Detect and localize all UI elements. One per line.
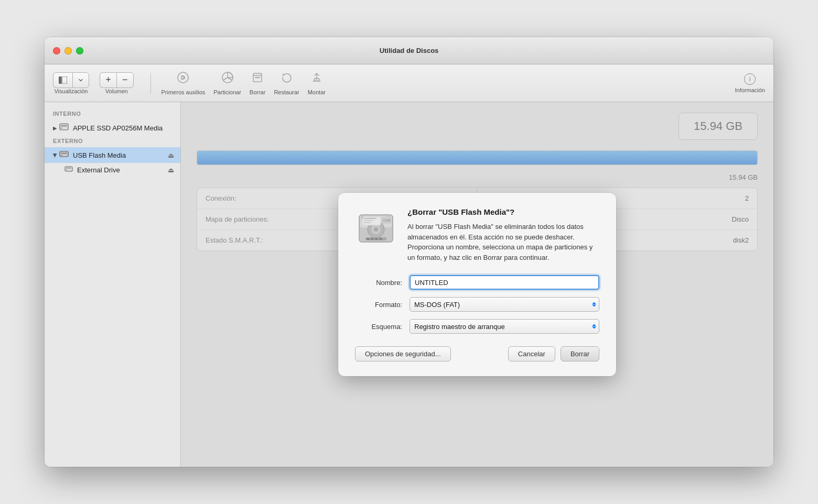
cancelar-button[interactable]: Cancelar	[508, 346, 555, 361]
borrar-confirm-button[interactable]: Borrar	[561, 346, 599, 361]
sidebar-icon-external-drive	[64, 166, 73, 174]
formato-select-wrapper: MS-DOS (FAT) ExFAT Mac OS Extended (Jour…	[410, 297, 599, 312]
hdd-icon: USB	[355, 207, 397, 249]
content-area: 15.94 GB 15.94 GB Conexión: USB	[181, 102, 773, 467]
nombre-input[interactable]	[410, 275, 599, 290]
sidebar-icon-usb-flash	[59, 150, 69, 160]
svg-point-20	[374, 227, 378, 232]
svg-rect-15	[66, 170, 68, 171]
main-area: Interno ▶ APPLE SSD AP0256M Media Extern…	[45, 102, 773, 467]
sidebar-arrow-apple-ssd: ▶	[53, 125, 57, 131]
sidebar-section-interno: Interno	[45, 108, 180, 120]
svg-rect-9	[61, 128, 62, 129]
svg-rect-12	[61, 155, 62, 156]
svg-point-2	[178, 72, 188, 83]
primeros-auxilios-button[interactable]: Primeros auxilios	[162, 71, 206, 95]
close-button[interactable]	[53, 47, 60, 54]
montar-button[interactable]: Montar	[308, 71, 326, 95]
maximize-button[interactable]	[76, 47, 83, 54]
svg-rect-8	[61, 125, 67, 127]
visualizacion-dropdown-button[interactable]	[72, 72, 89, 88]
borrar-button[interactable]: Borrar	[250, 71, 266, 95]
svg-rect-24	[375, 238, 378, 240]
sidebar-item-apple-ssd-label: APPLE SSD AP0256M Media	[73, 124, 174, 132]
primeros-auxilios-label: Primeros auxilios	[162, 89, 206, 95]
sidebar-item-usb-flash[interactable]: ▶ USB Flash Media ⏏	[45, 147, 180, 163]
sidebar-icon-apple-ssd	[59, 123, 69, 133]
restaurar-button[interactable]: Restaurar	[274, 71, 299, 95]
toolbar-divider-1	[150, 73, 151, 94]
volumen-buttons: + −	[100, 72, 134, 88]
particionar-icon	[221, 71, 234, 87]
modal-text: ¿Borrar "USB Flash Media"? Al borrar "US…	[407, 207, 599, 262]
sidebar-item-external-drive[interactable]: External Drive ⏏	[45, 163, 180, 177]
svg-rect-25	[379, 238, 382, 240]
svg-text:USB: USB	[383, 218, 391, 222]
svg-rect-22	[367, 238, 370, 240]
minimize-button[interactable]	[64, 47, 72, 54]
montar-label: Montar	[308, 89, 326, 95]
primeros-auxilios-icon	[177, 71, 189, 87]
traffic-lights	[53, 47, 83, 54]
toolbar: Visualización + − Volumen Primeros auxil…	[45, 64, 773, 102]
modal-description: Al borrar "USB Flash Media" se eliminará…	[407, 222, 599, 262]
svg-rect-13	[65, 167, 72, 171]
sidebar-item-apple-ssd[interactable]: ▶ APPLE SSD AP0256M Media	[45, 120, 180, 136]
modal-title: ¿Borrar "USB Flash Media"?	[407, 207, 599, 216]
esquema-select[interactable]: Registro maestro de arranque Mapa de par…	[410, 319, 599, 334]
visualizacion-buttons	[53, 72, 89, 88]
formato-select[interactable]: MS-DOS (FAT) ExFAT Mac OS Extended (Jour…	[410, 297, 599, 312]
svg-rect-30	[363, 220, 374, 221]
particionar-button[interactable]: Particionar	[213, 71, 241, 95]
window-title: Utilidad de Discos	[380, 47, 439, 54]
toolbar-group-visualizacion: Visualización	[53, 72, 89, 94]
volumen-label: Volumen	[105, 88, 128, 94]
sidebar-item-external-drive-label: External Drive	[77, 166, 168, 174]
modal-form: Nombre: Formato: MS-DOS (FAT) ExFAT Mac …	[355, 275, 599, 334]
particionar-label: Particionar	[213, 89, 241, 95]
main-window: Utilidad de Discos Visualización	[45, 37, 773, 467]
restaurar-icon	[281, 71, 293, 87]
sidebar-toggle-button[interactable]	[53, 72, 72, 88]
svg-rect-1	[62, 76, 67, 84]
form-row-formato: Formato: MS-DOS (FAT) ExFAT Mac OS Exten…	[355, 297, 599, 312]
sidebar-item-usb-flash-label: USB Flash Media	[73, 151, 166, 159]
modal-header: USB ¿Borrar "USB Flash Media"? Al borrar…	[355, 207, 599, 262]
borrar-label: Borrar	[250, 89, 266, 95]
svg-rect-11	[61, 152, 67, 154]
informacion-button[interactable]: i Información	[735, 73, 765, 93]
form-row-esquema: Esquema: Registro maestro de arranque Ma…	[355, 319, 599, 334]
svg-rect-31	[363, 222, 371, 223]
sidebar-item-external-eject-icon[interactable]: ⏏	[168, 166, 174, 174]
svg-rect-29	[363, 218, 376, 219]
sidebar-arrow-usb-flash: ▶	[52, 153, 58, 157]
informacion-label: Información	[735, 87, 765, 93]
esquema-label: Esquema:	[355, 323, 402, 331]
remove-volume-button[interactable]: −	[116, 72, 134, 88]
add-volume-button[interactable]: +	[100, 72, 116, 88]
modal-buttons: Opciones de seguridad... Cancelar Borrar	[355, 346, 599, 361]
restaurar-label: Restaurar	[274, 89, 299, 95]
svg-rect-0	[59, 76, 61, 84]
formato-label: Formato:	[355, 301, 402, 309]
erase-dialog: USB ¿Borrar "USB Flash Media"? Al borrar…	[338, 193, 616, 376]
montar-icon	[310, 71, 323, 87]
visualizacion-label: Visualización	[54, 88, 88, 94]
nombre-label: Nombre:	[355, 279, 402, 287]
informacion-icon: i	[744, 73, 756, 85]
esquema-select-wrapper: Registro maestro de arranque Mapa de par…	[410, 319, 599, 334]
modal-overlay: USB ¿Borrar "USB Flash Media"? Al borrar…	[181, 102, 773, 467]
toolbar-group-volumen: + − Volumen	[100, 72, 134, 94]
titlebar: Utilidad de Discos	[45, 37, 773, 64]
opciones-seguridad-button[interactable]: Opciones de seguridad...	[355, 346, 451, 361]
form-row-nombre: Nombre:	[355, 275, 599, 290]
svg-rect-23	[371, 238, 374, 240]
borrar-icon	[251, 71, 264, 87]
sidebar-item-usb-eject-icon[interactable]: ⏏	[168, 151, 174, 159]
sidebar: Interno ▶ APPLE SSD AP0256M Media Extern…	[45, 102, 181, 467]
svg-rect-14	[66, 168, 71, 169]
sidebar-section-externo: Externo	[45, 136, 180, 147]
